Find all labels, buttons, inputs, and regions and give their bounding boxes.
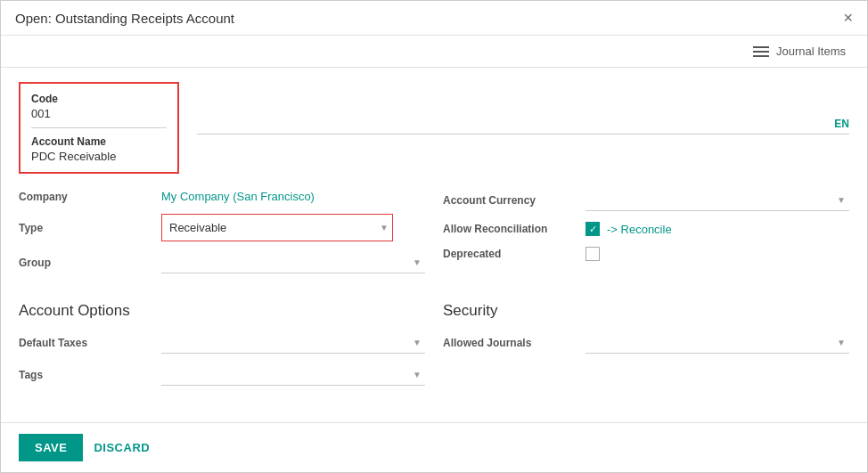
left-fields: Company My Company (San Francisco) Type … [19, 190, 425, 284]
account-options-title: Account Options [19, 302, 425, 320]
type-select[interactable]: Receivable Payable Other [166, 217, 389, 238]
tags-label: Tags [19, 369, 161, 381]
tags-select[interactable] [161, 364, 425, 385]
deprecated-checkbox[interactable] [585, 247, 600, 261]
code-section: Code 001 [31, 93, 167, 128]
close-button[interactable]: × [843, 10, 853, 26]
account-name-label: Account Name [31, 135, 167, 148]
allowed-journals-label: Allowed Journals [443, 337, 585, 349]
bottom-bar: SAVE DISCARD [1, 422, 867, 472]
right-fields: Account Currency ▼ Allow Reconciliation … [443, 190, 849, 284]
modal-container: Open: Outstanding Receipts Account × Jou… [0, 0, 868, 473]
code-label: Code [31, 93, 167, 105]
company-label: Company [19, 191, 161, 203]
allow-reconciliation-label: Allow Reconciliation [443, 223, 585, 235]
group-select[interactable] [161, 252, 425, 273]
modal-title: Open: Outstanding Receipts Account [15, 11, 234, 26]
code-value: 001 [31, 107, 51, 120]
list-icon [753, 46, 769, 57]
code-accountname-box: Code 001 Account Name PDC Receivable [19, 82, 179, 174]
allowed-journals-wrapper[interactable]: ▼ [585, 332, 849, 354]
default-taxes-label: Default Taxes [19, 337, 161, 349]
default-taxes-row: Default Taxes ▼ [19, 332, 425, 354]
reconcile-link[interactable]: -> Reconcile [607, 223, 672, 236]
form-content: Code 001 Account Name PDC Receivable EN … [1, 68, 867, 422]
default-taxes-select[interactable] [161, 332, 425, 353]
currency-select-wrapper[interactable]: ▼ [585, 190, 849, 211]
discard-button[interactable]: DISCARD [94, 441, 150, 454]
reconciliation-checkbox-group: -> Reconcile [585, 222, 672, 236]
group-select-wrapper[interactable]: ▼ [161, 252, 425, 273]
journal-items-label: Journal Items [776, 45, 846, 58]
save-button[interactable]: SAVE [19, 434, 83, 461]
security-title: Security [443, 302, 849, 320]
account-currency-row: Account Currency ▼ [443, 190, 849, 211]
account-options-col: Account Options Default Taxes ▼ Tags [19, 302, 425, 396]
allowed-journals-select[interactable] [585, 332, 849, 353]
allow-reconciliation-row: Allow Reconciliation -> Reconcile [443, 222, 849, 236]
company-row: Company My Company (San Francisco) [19, 190, 425, 203]
security-col: Security Allowed Journals ▼ [443, 302, 849, 396]
company-value: My Company (San Francisco) [161, 190, 315, 203]
deprecated-row: Deprecated [443, 247, 849, 261]
group-label: Group [19, 257, 161, 269]
en-badge: EN [834, 118, 849, 130]
deprecated-label: Deprecated [443, 248, 585, 260]
journal-items-button[interactable]: Journal Items [746, 41, 853, 61]
account-name-section: Account Name PDC Receivable [31, 135, 167, 163]
type-row: Type Receivable Payable Other ▼ [19, 214, 425, 241]
allowed-journals-row: Allowed Journals ▼ [443, 332, 849, 354]
currency-select[interactable] [585, 190, 849, 210]
group-row: Group ▼ [19, 252, 425, 273]
account-currency-label: Account Currency [443, 194, 585, 207]
account-name-value: PDC Receivable [31, 150, 116, 163]
toolbar: Journal Items [1, 36, 867, 68]
tags-wrapper[interactable]: ▼ [161, 364, 425, 386]
allow-reconciliation-checkbox[interactable] [585, 222, 600, 236]
modal-header: Open: Outstanding Receipts Account × [1, 1, 867, 36]
type-label: Type [19, 222, 161, 234]
options-security-section: Account Options Default Taxes ▼ Tags [19, 302, 849, 396]
tags-row: Tags ▼ [19, 364, 425, 386]
type-select-wrapper[interactable]: Receivable Payable Other ▼ [161, 214, 393, 241]
default-taxes-wrapper[interactable]: ▼ [161, 332, 425, 354]
